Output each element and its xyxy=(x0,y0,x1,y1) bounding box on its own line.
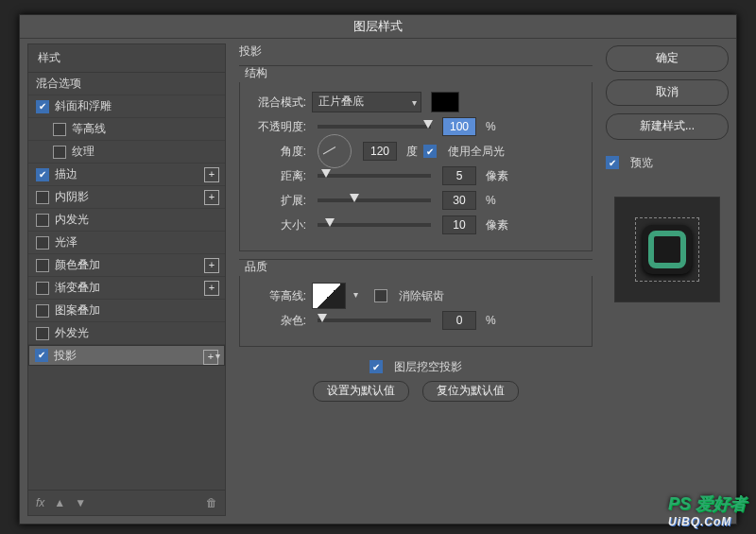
sidebar-checkbox-6[interactable] xyxy=(36,236,49,250)
arrow-up-icon[interactable]: ▲ xyxy=(54,496,65,509)
distance-input[interactable]: 5 xyxy=(442,166,476,185)
noise-input[interactable]: 0 xyxy=(442,311,476,330)
center-panel: 投影 结构 混合模式: 正片叠底 不透明度: 100 % xyxy=(233,43,598,516)
angle-dial[interactable] xyxy=(318,134,352,168)
right-panel: 确定 取消 新建样式... ✔ 预览 xyxy=(606,43,729,516)
sidebar-checkbox-5[interactable] xyxy=(36,214,49,227)
sidebar-checkbox-0[interactable]: ✔ xyxy=(36,100,49,113)
reset-default-button[interactable]: 复位为默认值 xyxy=(422,381,519,402)
distance-slider[interactable] xyxy=(318,174,431,178)
sidebar-label-4: 内阴影 xyxy=(55,189,89,205)
preview-checkbox[interactable]: ✔ xyxy=(606,156,619,169)
size-label: 大小: xyxy=(249,217,306,233)
sidebar-item-11[interactable]: ✔投影+ xyxy=(28,345,225,366)
opacity-label: 不透明度: xyxy=(249,119,306,135)
add-effect-icon[interactable]: + xyxy=(204,281,219,296)
sidebar-checkbox-2[interactable] xyxy=(53,146,66,159)
sidebar-item-1[interactable]: 等高线 xyxy=(28,118,225,141)
distance-unit: 像素 xyxy=(486,168,508,184)
blend-mode-select[interactable]: 正片叠底 xyxy=(312,92,421,112)
knockout-checkbox[interactable]: ✔ xyxy=(369,360,383,373)
add-effect-icon[interactable]: + xyxy=(204,258,219,273)
spread-label: 扩展: xyxy=(249,193,306,209)
opacity-input[interactable]: 100 xyxy=(442,117,476,136)
sidebar-label-5: 内发光 xyxy=(55,212,89,228)
add-effect-icon[interactable]: + xyxy=(204,190,219,205)
sidebar-item-0[interactable]: ✔斜面和浮雕 xyxy=(28,95,225,118)
structure-group-label: 结构 xyxy=(239,66,273,79)
size-unit: 像素 xyxy=(486,217,508,233)
preview-swatch-icon xyxy=(643,225,692,274)
sidebar-checkbox-8[interactable] xyxy=(36,282,49,295)
opacity-slider[interactable] xyxy=(318,125,431,129)
sidebar-item-6[interactable]: 光泽 xyxy=(28,232,225,254)
trash-icon[interactable]: 🗑 xyxy=(206,496,217,509)
quality-group: 等高线: 消除锯齿 杂色: 0 % xyxy=(239,276,593,347)
preview-box xyxy=(614,197,720,302)
sidebar-item-4[interactable]: 内阴影+ xyxy=(28,186,225,209)
sidebar-label-2: 纹理 xyxy=(72,144,94,160)
sidebar-checkbox-10[interactable] xyxy=(36,327,49,340)
sidebar-item-10[interactable]: 外发光 xyxy=(28,322,225,345)
fx-label[interactable]: fx xyxy=(36,496,44,509)
make-default-button[interactable]: 设置为默认值 xyxy=(313,381,409,402)
spread-input[interactable]: 30 xyxy=(442,191,476,210)
noise-label: 杂色: xyxy=(249,313,306,329)
global-light-label: 使用全局光 xyxy=(448,144,505,160)
dialog-title: 图层样式 xyxy=(20,15,736,39)
global-light-checkbox[interactable]: ✔ xyxy=(423,145,437,158)
sidebar-checkbox-7[interactable] xyxy=(36,259,49,272)
sidebar-item-9[interactable]: 图案叠加 xyxy=(28,300,225,322)
spread-slider[interactable] xyxy=(318,198,431,202)
size-slider[interactable] xyxy=(318,223,431,227)
size-input[interactable]: 10 xyxy=(442,215,476,234)
blend-options-label: 混合选项 xyxy=(36,76,81,92)
angle-unit: 度 xyxy=(406,144,418,160)
add-effect-icon[interactable]: + xyxy=(204,167,219,182)
sidebar-item-8[interactable]: 渐变叠加+ xyxy=(28,277,225,300)
sidebar-label-1: 等高线 xyxy=(72,121,106,137)
sidebar-checkbox-3[interactable]: ✔ xyxy=(36,168,49,181)
antialias-checkbox[interactable] xyxy=(374,289,387,302)
sidebar-label-10: 外发光 xyxy=(55,325,89,341)
angle-input[interactable]: 120 xyxy=(363,142,397,161)
sidebar-label-6: 光泽 xyxy=(55,234,77,250)
section-title: 投影 xyxy=(239,43,593,60)
sidebar-checkbox-9[interactable] xyxy=(36,304,49,318)
antialias-label: 消除锯齿 xyxy=(399,288,444,304)
sidebar-item-3[interactable]: ✔描边+ xyxy=(28,164,225,186)
sidebar-label-3: 描边 xyxy=(55,166,77,182)
knockout-label: 图层挖空投影 xyxy=(394,359,462,375)
shadow-color-swatch[interactable] xyxy=(431,92,459,112)
preview-label: 预览 xyxy=(630,155,653,171)
spread-unit: % xyxy=(486,194,496,207)
arrow-down-icon[interactable]: ▼ xyxy=(75,496,86,509)
sidebar-label-8: 渐变叠加 xyxy=(55,280,100,296)
sidebar-checkbox-1[interactable] xyxy=(53,123,66,136)
angle-label: 角度: xyxy=(249,144,306,160)
new-style-button[interactable]: 新建样式... xyxy=(606,113,729,140)
contour-picker[interactable] xyxy=(312,283,346,309)
add-effect-icon[interactable]: + xyxy=(203,350,218,365)
sidebar-label-9: 图案叠加 xyxy=(55,302,100,319)
sidebar-label-7: 颜色叠加 xyxy=(55,257,100,273)
sidebar-item-2[interactable]: 纹理 xyxy=(28,141,225,164)
ok-button[interactable]: 确定 xyxy=(606,45,729,72)
sidebar-header[interactable]: 样式 xyxy=(28,44,225,73)
sidebar-checkbox-4[interactable] xyxy=(36,191,49,204)
sidebar-checkbox-11[interactable]: ✔ xyxy=(35,349,48,362)
structure-group: 混合模式: 正片叠底 不透明度: 100 % 角度: 120 xyxy=(239,82,593,251)
noise-unit: % xyxy=(486,314,496,327)
noise-slider[interactable] xyxy=(318,319,431,322)
contour-label: 等高线: xyxy=(249,288,306,304)
sidebar-blend-options[interactable]: 混合选项 xyxy=(28,73,225,95)
sidebar-item-7[interactable]: 颜色叠加+ xyxy=(28,254,225,277)
sidebar-item-5[interactable]: 内发光 xyxy=(28,209,225,232)
distance-label: 距离: xyxy=(249,168,306,184)
preview-inner xyxy=(635,217,699,282)
watermark: PS 爱好者 UiBQ.CoM xyxy=(668,492,747,528)
blend-mode-label: 混合模式: xyxy=(249,95,306,111)
quality-group-label: 品质 xyxy=(239,260,273,273)
cancel-button[interactable]: 取消 xyxy=(606,79,729,106)
dialog-body: 样式 混合选项 ✔斜面和浮雕等高线纹理✔描边+内阴影+内发光光泽颜色叠加+渐变叠… xyxy=(27,43,729,516)
